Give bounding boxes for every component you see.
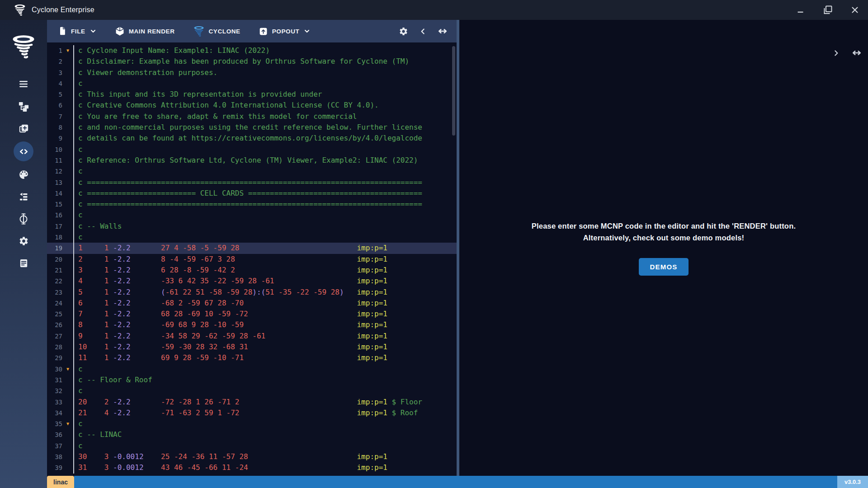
code-line[interactable]: 2021 -2.28 -4 -59 -67 3 28imp:p=1 bbox=[47, 254, 457, 265]
cyclone-button[interactable]: CYCLONE bbox=[193, 25, 241, 37]
restore-button[interactable] bbox=[822, 4, 834, 16]
resize-horizontal-icon[interactable] bbox=[852, 48, 862, 58]
code-line-text: 21 -2.28 -4 -59 -67 3 28imp:p=1 bbox=[74, 254, 387, 265]
code-line[interactable]: 39313 -0.001243 46 -45 -66 11 -24imp:p=1 bbox=[47, 462, 457, 473]
code-line[interactable]: 2461 -2.2-68 2 -59 67 28 -70imp:p=1 bbox=[47, 298, 457, 309]
window-title: Cyclone Enterprise bbox=[32, 6, 94, 14]
sidebar-item-menu[interactable] bbox=[14, 75, 33, 93]
render-panel-tools bbox=[832, 48, 862, 58]
fold-spacer bbox=[62, 221, 73, 232]
code-line[interactable]: 37c bbox=[47, 441, 457, 451]
line-number: 29 bbox=[47, 352, 62, 363]
demos-button[interactable]: DEMOS bbox=[639, 258, 688, 276]
code-line-text: c bbox=[74, 441, 83, 451]
sidebar-item-palette[interactable] bbox=[14, 165, 33, 183]
code-line[interactable]: 2351 -2.2(-61 22 51 -58 -59 28):(51 -35 … bbox=[47, 287, 457, 298]
sidebar-item-document-log[interactable] bbox=[14, 254, 33, 272]
code-line-text: c details can be found at https://creati… bbox=[74, 133, 422, 144]
sidebar-item-settings[interactable] bbox=[14, 232, 33, 250]
sidebar-item-code-editor[interactable] bbox=[14, 141, 33, 161]
code-line[interactable]: 28101 -2.2-59 -30 28 32 -68 31imp:p=1 bbox=[47, 342, 457, 352]
code-line[interactable]: 14c ========================= CELL CARDS… bbox=[47, 188, 457, 199]
collapse-left-button[interactable] bbox=[419, 28, 427, 35]
file-tab-linac[interactable]: linac bbox=[47, 476, 74, 488]
left-rail bbox=[0, 20, 47, 488]
line-number: 37 bbox=[47, 441, 62, 451]
code-line[interactable]: 10c bbox=[47, 144, 457, 155]
code-line[interactable]: 33202 -2.2-72 -28 1 26 -71 2imp:p=1 $ Fl… bbox=[47, 397, 457, 408]
code-line[interactable]: 2c Disclaimer: Example has been produced… bbox=[47, 56, 457, 67]
code-lines: 1▼c Cyclone Input Name: Example1: LINAC … bbox=[47, 45, 457, 474]
code-line[interactable]: 30▼c bbox=[47, 364, 457, 375]
code-line-text: c Cyclone Input Name: Example1: LINAC (2… bbox=[74, 45, 270, 56]
code-line[interactable]: 1▼c Cyclone Input Name: Example1: LINAC … bbox=[47, 45, 457, 56]
line-number: 26 bbox=[47, 319, 62, 330]
code-line[interactable]: 12c bbox=[47, 166, 457, 177]
code-line[interactable]: 2571 -2.268 28 -69 10 -59 -72imp:p=1 bbox=[47, 309, 457, 319]
code-line[interactable]: 1911 -2.227 4 -58 -5 -59 28imp:p=1 bbox=[47, 243, 457, 253]
sidebar-item-hierarchy[interactable] bbox=[14, 97, 33, 115]
code-line[interactable]: 9c details can be found at https://creat… bbox=[47, 133, 457, 144]
code-line[interactable]: 11c Reference: Orthrus Software Ltd, Cyc… bbox=[47, 155, 457, 166]
popout-label: POPOUT bbox=[272, 28, 300, 35]
status-bar: linac v3.0.3 bbox=[47, 476, 868, 488]
fold-arrow-icon[interactable]: ▼ bbox=[62, 418, 73, 429]
code-line-text: c bbox=[74, 385, 83, 396]
chevron-right-icon[interactable] bbox=[832, 49, 840, 57]
cyclone-tornado-icon bbox=[193, 25, 205, 37]
code-line[interactable]: 13c ====================================… bbox=[47, 177, 457, 188]
editor-settings-button[interactable] bbox=[399, 27, 408, 36]
code-line-text: 11 -2.227 4 -58 -5 -59 28imp:p=1 bbox=[74, 243, 387, 253]
code-line[interactable]: 32c bbox=[47, 385, 457, 396]
fold-arrow-icon[interactable]: ▼ bbox=[62, 364, 73, 375]
code-line[interactable]: 36c -- LINAC bbox=[47, 429, 457, 440]
fold-spacer bbox=[62, 298, 73, 309]
editor-scrollbar[interactable] bbox=[452, 46, 455, 136]
code-line[interactable]: 35▼c bbox=[47, 418, 457, 429]
code-line[interactable]: 5c This input and its 3D representation … bbox=[47, 89, 457, 100]
sidebar-item-add-window[interactable] bbox=[14, 119, 33, 137]
code-line[interactable]: 4c bbox=[47, 78, 457, 89]
line-number: 10 bbox=[47, 144, 62, 155]
code-line[interactable]: 3c Viewer demonstration purposes. bbox=[47, 67, 457, 78]
code-line-text: 61 -2.2-68 2 -59 67 28 -70imp:p=1 bbox=[74, 298, 387, 309]
fold-arrow-icon[interactable]: ▼ bbox=[62, 45, 73, 56]
sidebar-item-axis-diameter[interactable] bbox=[14, 210, 33, 228]
code-line[interactable]: 16c bbox=[47, 210, 457, 221]
main-render-button[interactable]: MAIN RENDER bbox=[115, 26, 175, 36]
fold-spacer bbox=[62, 133, 73, 144]
line-number: 21 bbox=[47, 265, 62, 276]
code-line[interactable]: 8c and non-commercial purposes using the… bbox=[47, 122, 457, 133]
fold-spacer bbox=[62, 451, 73, 462]
code-line[interactable]: 31c -- Floor & Roof bbox=[47, 375, 457, 385]
code-line[interactable]: 18c bbox=[47, 232, 457, 243]
minimize-button[interactable] bbox=[795, 4, 807, 16]
line-number: 27 bbox=[47, 331, 62, 342]
code-line-text: 303 -0.001225 -24 -36 11 -57 28imp:p=1 bbox=[74, 451, 387, 462]
line-number: 7 bbox=[47, 111, 62, 122]
file-menu-button[interactable]: FILE bbox=[58, 26, 97, 36]
fold-spacer bbox=[62, 352, 73, 363]
code-line[interactable]: 29111 -2.269 9 28 -59 -10 -71imp:p=1 bbox=[47, 352, 457, 363]
code-line[interactable]: 6c Creative Commons Attribution 4.0 Inte… bbox=[47, 100, 457, 111]
sidebar-item-render-order[interactable] bbox=[14, 188, 33, 206]
code-line[interactable]: 2681 -2.2-69 68 9 28 -10 -59imp:p=1 bbox=[47, 319, 457, 330]
code-line[interactable]: 2131 -2.26 28 -8 -59 -42 2imp:p=1 bbox=[47, 265, 457, 276]
close-button[interactable] bbox=[849, 4, 861, 16]
resize-horizontal-button[interactable] bbox=[438, 26, 448, 36]
fold-spacer bbox=[62, 375, 73, 385]
code-line[interactable]: 2241 -2.2-33 6 42 35 -22 -59 28 -61imp:p… bbox=[47, 276, 457, 286]
code-line-text: c This input and its 3D representation i… bbox=[74, 89, 322, 100]
code-line[interactable]: 34214 -2.2-71 -63 2 59 1 -72imp:p=1 $ Ro… bbox=[47, 408, 457, 418]
code-editor[interactable]: 1▼c Cyclone Input Name: Example1: LINAC … bbox=[47, 42, 457, 476]
popout-button[interactable]: POPOUT bbox=[259, 27, 311, 36]
code-line[interactable]: 15c ====================================… bbox=[47, 199, 457, 210]
code-line[interactable]: 7c You are free to share, adapt & remix … bbox=[47, 111, 457, 122]
code-line[interactable]: 17c -- Walls bbox=[47, 221, 457, 232]
fold-spacer bbox=[62, 441, 73, 451]
code-line[interactable]: 38303 -0.001225 -24 -36 11 -57 28imp:p=1 bbox=[47, 451, 457, 462]
line-number: 2 bbox=[47, 56, 62, 67]
code-line[interactable]: 2791 -2.2-34 58 29 -62 -59 28 -61imp:p=1 bbox=[47, 331, 457, 342]
fold-spacer bbox=[62, 243, 73, 253]
titlebar: Cyclone Enterprise bbox=[0, 0, 868, 20]
